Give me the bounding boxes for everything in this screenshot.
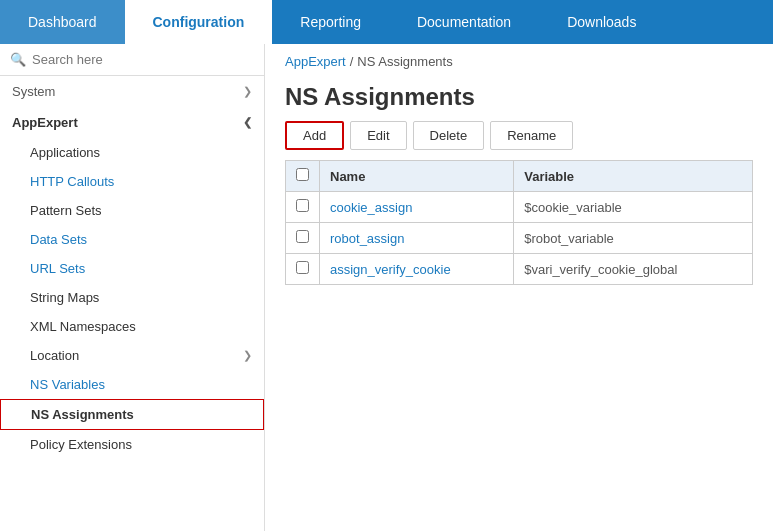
sidebar-item-data-sets[interactable]: Data Sets — [0, 225, 264, 254]
sidebar-link-http-callouts: HTTP Callouts — [30, 174, 114, 189]
row-1-variable: $cookie_variable — [514, 192, 753, 223]
breadcrumb-parent[interactable]: AppExpert — [285, 54, 346, 69]
chevron-down-icon: ❮ — [243, 116, 252, 129]
header-variable: Variable — [514, 161, 753, 192]
row-2-name[interactable]: robot_assign — [320, 223, 514, 254]
breadcrumb: AppExpert / NS Assignments — [265, 44, 773, 79]
row-3-name[interactable]: assign_verify_cookie — [320, 254, 514, 285]
table-row: assign_verify_cookie $vari_verify_cookie… — [286, 254, 753, 285]
breadcrumb-current: NS Assignments — [357, 54, 452, 69]
nav-dashboard[interactable]: Dashboard — [0, 0, 125, 44]
row-3-checkbox[interactable] — [296, 261, 309, 274]
nav-reporting[interactable]: Reporting — [272, 0, 389, 44]
edit-button[interactable]: Edit — [350, 121, 406, 150]
search-bar: 🔍 — [0, 44, 264, 76]
table-row: robot_assign $robot_variable — [286, 223, 753, 254]
nav-downloads[interactable]: Downloads — [539, 0, 664, 44]
table-row: cookie_assign $cookie_variable — [286, 192, 753, 223]
sidebar-item-http-callouts[interactable]: HTTP Callouts — [0, 167, 264, 196]
chevron-right-icon: ❯ — [243, 85, 252, 98]
row-2-variable: $robot_variable — [514, 223, 753, 254]
sidebar-appexpert-label: AppExpert — [12, 115, 78, 130]
table-header-row: Name Variable — [286, 161, 753, 192]
nav-documentation[interactable]: Documentation — [389, 0, 539, 44]
sidebar-item-policy-extensions[interactable]: Policy Extensions — [0, 430, 264, 459]
sidebar-item-xml-namespaces[interactable]: XML Namespaces — [0, 312, 264, 341]
sidebar-section-system-label: System — [12, 84, 55, 99]
sidebar-item-applications[interactable]: Applications — [0, 138, 264, 167]
sidebar-item-url-sets[interactable]: URL Sets — [0, 254, 264, 283]
toolbar: Add Edit Delete Rename — [265, 121, 773, 160]
main-layout: 🔍 System ❯ AppExpert ❮ Applications HTTP… — [0, 44, 773, 531]
delete-button[interactable]: Delete — [413, 121, 485, 150]
row-1-name[interactable]: cookie_assign — [320, 192, 514, 223]
sidebar: 🔍 System ❯ AppExpert ❮ Applications HTTP… — [0, 44, 265, 531]
nav-configuration[interactable]: Configuration — [125, 0, 273, 44]
row-2-checkbox-cell — [286, 223, 320, 254]
header-checkbox-cell — [286, 161, 320, 192]
rename-button[interactable]: Rename — [490, 121, 573, 150]
sidebar-item-ns-assignments[interactable]: NS Assignments — [0, 399, 264, 430]
search-icon: 🔍 — [10, 52, 26, 67]
sidebar-item-string-maps[interactable]: String Maps — [0, 283, 264, 312]
add-button[interactable]: Add — [285, 121, 344, 150]
row-3-variable: $vari_verify_cookie_global — [514, 254, 753, 285]
search-input[interactable] — [32, 52, 254, 67]
chevron-right-location-icon: ❯ — [243, 349, 252, 362]
sidebar-item-appexpert[interactable]: AppExpert ❮ — [0, 107, 264, 138]
row-1-checkbox-cell — [286, 192, 320, 223]
row-3-checkbox-cell — [286, 254, 320, 285]
ns-assignments-table: Name Variable cookie_assign $cookie_vari… — [285, 160, 753, 285]
sidebar-item-ns-variables[interactable]: NS Variables — [0, 370, 264, 399]
sidebar-item-pattern-sets[interactable]: Pattern Sets — [0, 196, 264, 225]
header-name: Name — [320, 161, 514, 192]
sidebar-item-system[interactable]: System ❯ — [0, 76, 264, 107]
breadcrumb-separator: / — [350, 54, 354, 69]
content-area: AppExpert / NS Assignments NS Assignment… — [265, 44, 773, 531]
page-title: NS Assignments — [265, 79, 773, 121]
top-nav: Dashboard Configuration Reporting Docume… — [0, 0, 773, 44]
sidebar-location-label: Location — [30, 348, 79, 363]
sidebar-item-location[interactable]: Location ❯ — [0, 341, 264, 370]
row-2-checkbox[interactable] — [296, 230, 309, 243]
row-1-checkbox[interactable] — [296, 199, 309, 212]
select-all-checkbox[interactable] — [296, 168, 309, 181]
table-container: Name Variable cookie_assign $cookie_vari… — [265, 160, 773, 285]
